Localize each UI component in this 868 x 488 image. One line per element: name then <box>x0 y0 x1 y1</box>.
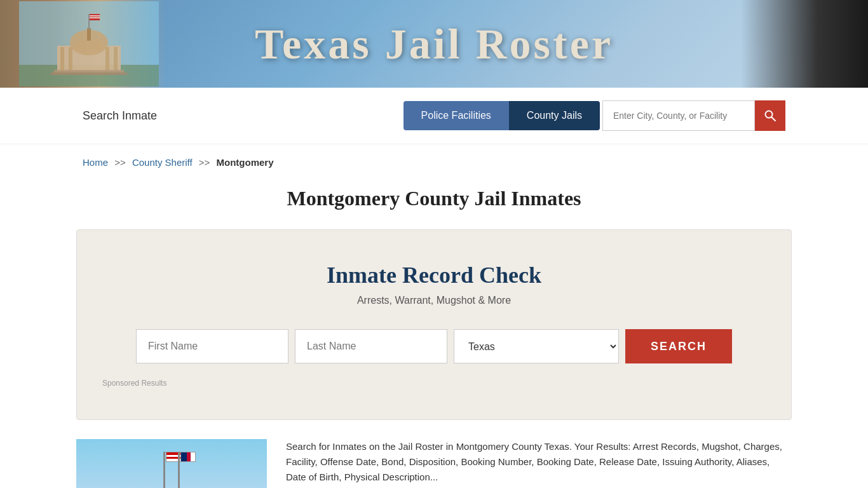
bottom-section: Search for Inmates on the Jail Roster in… <box>0 439 868 488</box>
flags-decoration <box>163 452 180 488</box>
banner-right-overlay <box>741 0 868 88</box>
navbar: Search Inmate Police Facilities County J… <box>0 88 868 144</box>
svg-rect-10 <box>51 72 127 75</box>
county-jails-button[interactable]: County Jails <box>509 101 600 130</box>
record-check-subtitle: Arrests, Warrant, Mugshot & More <box>102 295 766 306</box>
record-check-box: Inmate Record Check Arrests, Warrant, Mu… <box>76 229 792 420</box>
svg-rect-11 <box>87 28 91 41</box>
first-name-input[interactable] <box>136 329 288 363</box>
breadcrumb: Home >> County Sheriff >> Montgomery <box>0 144 868 174</box>
state-select[interactable]: AlabamaAlaskaArizonaArkansasCaliforniaCo… <box>454 329 619 363</box>
search-icon <box>764 109 776 122</box>
police-facilities-button[interactable]: Police Facilities <box>403 101 509 130</box>
page-title: Montgomery County Jail Inmates <box>0 174 868 229</box>
svg-rect-8 <box>114 47 118 71</box>
nav-search-input[interactable] <box>602 100 755 131</box>
breadcrumb-sep-1: >> <box>114 157 126 168</box>
search-inmate-label: Search Inmate <box>83 109 157 123</box>
nav-buttons: Police Facilities County Jails <box>403 100 785 131</box>
nav-search-container <box>602 100 785 131</box>
svg-rect-5 <box>60 47 64 71</box>
breadcrumb-county-sheriff[interactable]: County Sheriff <box>132 157 193 168</box>
sponsored-results-label: Sponsored Results <box>102 379 766 388</box>
svg-rect-13 <box>90 14 100 20</box>
bottom-description: Search for Inmates on the Jail Roster in… <box>286 439 792 488</box>
banner-capitol-overlay <box>0 0 165 88</box>
last-name-input[interactable] <box>295 329 447 363</box>
bottom-image <box>76 439 267 488</box>
svg-rect-7 <box>105 47 109 71</box>
svg-rect-4 <box>76 39 102 49</box>
nav-search-button[interactable] <box>755 100 785 131</box>
svg-rect-12 <box>88 14 90 29</box>
record-check-form: AlabamaAlaskaArizonaArkansasCaliforniaCo… <box>102 329 766 363</box>
breadcrumb-sep-2: >> <box>199 157 210 168</box>
texas-flag-icon <box>180 452 196 462</box>
capitol-building-icon <box>19 1 159 86</box>
banner-title: Texas Jail Roster <box>255 19 613 69</box>
flag-pole-1 <box>163 452 165 488</box>
banner: Texas Jail Roster <box>0 0 868 88</box>
svg-line-17 <box>772 118 776 121</box>
breadcrumb-current: Montgomery <box>217 157 274 168</box>
breadcrumb-home[interactable]: Home <box>83 157 108 168</box>
record-check-title: Inmate Record Check <box>102 262 766 288</box>
flag-pole-2 <box>178 452 180 488</box>
svg-rect-6 <box>69 47 72 71</box>
record-search-button[interactable]: SEARCH <box>625 329 732 363</box>
